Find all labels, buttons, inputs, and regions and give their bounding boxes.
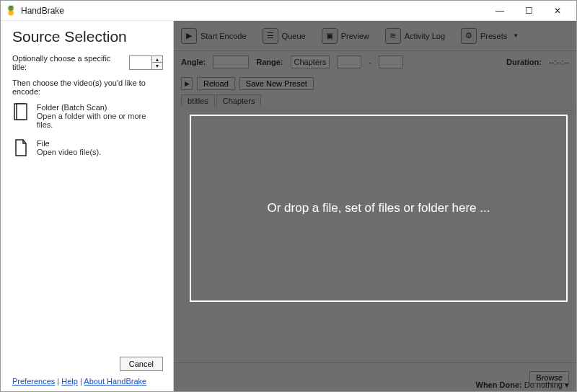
when-done-select[interactable]: Do nothing ▾: [524, 380, 569, 389]
help-link[interactable]: Help: [61, 377, 78, 386]
app-icon: 🍍: [5, 5, 17, 17]
window-titlebar: 🍍 HandBrake — ☐ ✕: [1, 1, 576, 21]
encode-instruction: Then choose the video(s) you'd like to e…: [12, 79, 163, 96]
window-title: HandBrake: [21, 6, 64, 16]
queue-button[interactable]: ☰Queue: [258, 27, 310, 45]
close-button[interactable]: ✕: [543, 1, 572, 21]
spinner-up-icon[interactable]: ▲: [152, 56, 162, 63]
range-dash: -: [369, 58, 371, 66]
drop-zone[interactable]: Or drop a file, set of files or folder h…: [190, 115, 568, 302]
tab-chapters[interactable]: Chapters: [216, 94, 262, 107]
drop-zone-text: Or drop a file, set of files or folder h…: [268, 201, 490, 215]
cancel-button[interactable]: Cancel: [120, 357, 163, 371]
log-icon: ≋: [385, 28, 401, 44]
file-source-option[interactable]: File Open video file(s).: [12, 139, 163, 159]
file-icon: [12, 139, 30, 159]
angle-label: Angle:: [181, 58, 206, 66]
source-selection-heading: Source Selection: [12, 28, 163, 45]
preview-button[interactable]: ▣Preview: [317, 27, 374, 45]
play-small-icon[interactable]: ▶: [181, 77, 193, 90]
presets-icon: ⚙: [461, 28, 477, 44]
queue-icon: ☰: [263, 28, 278, 44]
chevron-down-icon: ▼: [513, 32, 519, 39]
save-new-preset-button[interactable]: Save New Preset: [239, 77, 314, 90]
range-end-select[interactable]: [379, 55, 403, 68]
preferences-link[interactable]: Preferences: [12, 377, 55, 386]
folder-source-option[interactable]: Folder (Batch Scan) Open a folder with o…: [12, 103, 163, 129]
specific-title-input[interactable]: [130, 56, 151, 69]
source-selection-panel: Source Selection Optionally choose a spe…: [1, 21, 174, 391]
file-option-subtitle: Open video file(s).: [37, 148, 101, 156]
specific-title-spinner[interactable]: ▲ ▼: [129, 55, 163, 70]
svg-rect-1: [17, 104, 27, 120]
minimize-button[interactable]: —: [485, 1, 514, 21]
duration-value: --:--:--: [549, 58, 569, 66]
duration-label: Duration:: [506, 58, 542, 66]
folder-option-subtitle: Open a folder with one or more files.: [37, 112, 163, 129]
specific-title-label: Optionally choose a specific title:: [12, 54, 123, 71]
start-encode-button[interactable]: ▶Start Encode: [177, 27, 251, 45]
maximize-button[interactable]: ☐: [514, 1, 543, 21]
range-start-select[interactable]: [337, 55, 361, 68]
reload-button[interactable]: Reload: [197, 77, 235, 90]
about-link[interactable]: About HandBrake: [84, 377, 146, 386]
presets-button[interactable]: ⚙Presets▼: [457, 27, 523, 45]
spinner-down-icon[interactable]: ▼: [152, 63, 162, 69]
activity-log-button[interactable]: ≋Activity Log: [381, 27, 449, 45]
footer-links: Preferences | Help | About HandBrake: [12, 377, 163, 386]
tab-subtitles[interactable]: btitles: [181, 94, 215, 107]
range-label: Range:: [256, 58, 283, 66]
range-mode-select[interactable]: Chapters: [291, 55, 330, 68]
file-option-title: File: [37, 139, 101, 148]
when-done-label: When Done:: [476, 380, 522, 389]
angle-select[interactable]: [213, 55, 249, 68]
folder-icon: [12, 103, 30, 123]
play-icon: ▶: [181, 28, 197, 44]
folder-option-title: Folder (Batch Scan): [37, 103, 163, 112]
preview-icon: ▣: [322, 28, 338, 44]
